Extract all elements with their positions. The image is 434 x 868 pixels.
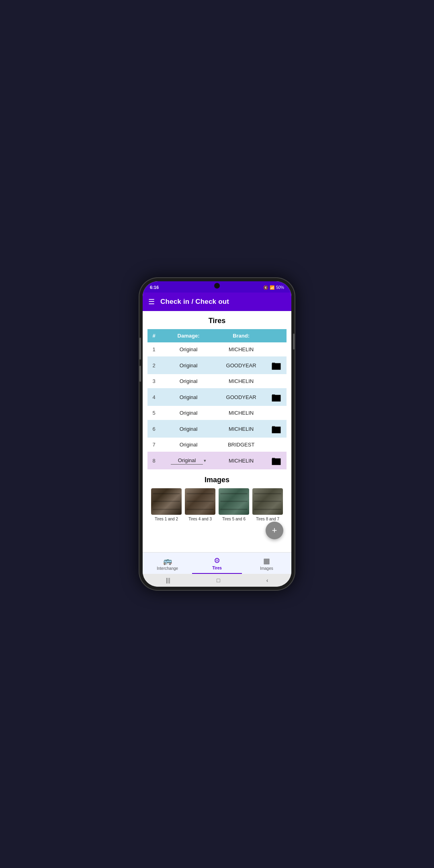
camera-icon-8[interactable]: 📷 [271, 456, 281, 465]
image-item-2[interactable]: Tires 4 and 3 [185, 488, 215, 522]
status-time: 6:16 [150, 285, 159, 290]
tire-table: # Damage: Brand: 1OriginalMICHELIN2Origi… [147, 329, 287, 469]
power-button [293, 334, 295, 350]
wifi-icon: 📶 [270, 285, 274, 290]
tire-row-damage-4: Original [160, 388, 217, 406]
mute-icon: 🔇 [263, 285, 268, 290]
col-header-damage: Damage: [160, 329, 217, 342]
table-row: 5OriginalMICHELIN [147, 406, 287, 420]
tires-nav-icon: ⚙ [214, 556, 220, 565]
col-header-brand: Brand: [217, 329, 266, 342]
tire-row-number-7: 7 [147, 438, 160, 452]
tire-photo-3[interactable] [219, 488, 249, 515]
status-icons: 🔇 📶 50% [263, 285, 284, 290]
image-label-1: Tires 1 and 2 [155, 517, 178, 522]
tire-row-number-2: 2 [147, 356, 160, 374]
tire-row-brand-8: MICHELIN [217, 452, 266, 469]
tire-row-brand-3: MICHELIN [217, 374, 266, 388]
damage-select-8[interactable]: OriginalMinorMajorMissing [171, 457, 203, 465]
table-row: 6OriginalMICHELIN📷 [147, 420, 287, 438]
table-row: 1OriginalMICHELIN [147, 342, 287, 356]
tire-photo-4[interactable] [252, 488, 283, 515]
camera-icon-6[interactable]: 📷 [271, 424, 281, 433]
tire-row-number-6: 6 [147, 420, 160, 438]
tire-row-camera-6[interactable]: 📷 [266, 420, 287, 438]
nav-label-interchange: Interchange [157, 566, 178, 571]
nav-label-tires: Tires [212, 566, 222, 570]
main-content: Tires # Damage: Brand: 1OriginalMICHELIN… [143, 311, 291, 552]
image-item-4[interactable]: Tires 8 and 7 [252, 488, 283, 522]
images-section-title: Images [147, 476, 287, 484]
menu-icon[interactable]: ☰ [148, 297, 155, 306]
col-header-photo [266, 329, 287, 342]
tire-photo-2[interactable] [185, 488, 215, 515]
tire-row-camera-5 [266, 406, 287, 420]
image-label-2: Tires 4 and 3 [188, 517, 212, 522]
tire-row-brand-4: GOODYEAR [217, 388, 266, 406]
battery-icon: 50% [276, 285, 284, 290]
table-row: 4OriginalGOODYEAR📷 [147, 388, 287, 406]
tire-row-damage-2: Original [160, 356, 217, 374]
tire-row-camera-3 [266, 374, 287, 388]
tire-row-brand-5: MICHELIN [217, 406, 266, 420]
nav-label-images: Images [260, 566, 273, 571]
back-button[interactable]: ‹ [260, 575, 275, 585]
nav-item-interchange[interactable]: 🚌 Interchange [143, 553, 192, 574]
tire-row-damage-8[interactable]: OriginalMinorMajorMissing▾ [160, 452, 217, 469]
interchange-icon: 🚌 [163, 557, 172, 565]
tire-row-damage-3: Original [160, 374, 217, 388]
image-label-3: Tires 5 and 6 [222, 517, 246, 522]
image-label-4: Tires 8 and 7 [256, 517, 279, 522]
tire-row-damage-1: Original [160, 342, 217, 356]
tire-row-brand-2: GOODYEAR [217, 356, 266, 374]
tire-row-damage-7: Original [160, 438, 217, 452]
table-row: 2OriginalGOODYEAR📷 [147, 356, 287, 374]
tire-row-camera-4[interactable]: 📷 [266, 388, 287, 406]
table-row: 3OriginalMICHELIN [147, 374, 287, 388]
system-nav: ||| □ ‹ [143, 574, 291, 587]
tires-section-title: Tires [147, 317, 287, 325]
volume-down-button [139, 366, 141, 382]
tire-row-damage-6: Original [160, 420, 217, 438]
tire-row-brand-6: MICHELIN [217, 420, 266, 438]
camera-icon-2[interactable]: 📷 [271, 361, 281, 370]
bottom-nav: 🚌 Interchange ⚙ Tires ▦ Images [143, 552, 291, 574]
phone-frame: 6:16 🔇 📶 50% ☰ Check in / Check out Tire… [139, 277, 295, 591]
tire-row-brand-7: BRIDGEST [217, 438, 266, 452]
images-section: Images Tires 1 and 2 Tires 4 and 3 [147, 476, 287, 547]
add-image-fab[interactable]: + [266, 522, 283, 539]
tire-row-brand-1: MICHELIN [217, 342, 266, 356]
image-item-1[interactable]: Tires 1 and 2 [151, 488, 182, 522]
table-header-row: # Damage: Brand: [147, 329, 287, 342]
app-bar: ☰ Check in / Check out [143, 293, 291, 311]
dropdown-arrow-icon: ▾ [204, 458, 206, 463]
volume-up-button [139, 338, 141, 360]
tire-row-number-8: 8 [147, 452, 160, 469]
app-title: Check in / Check out [160, 298, 229, 306]
tire-row-camera-2[interactable]: 📷 [266, 356, 287, 374]
tire-row-damage-5: Original [160, 406, 217, 420]
camera-icon-4[interactable]: 📷 [271, 393, 281, 401]
camera-notch [214, 283, 220, 289]
tire-row-camera-1 [266, 342, 287, 356]
tire-row-number-1: 1 [147, 342, 160, 356]
image-item-3[interactable]: Tires 5 and 6 [219, 488, 249, 522]
tire-row-camera-7 [266, 438, 287, 452]
images-grid: Tires 1 and 2 Tires 4 and 3 Tires 5 and … [147, 488, 287, 522]
tire-row-camera-8[interactable]: 📷 [266, 452, 287, 469]
phone-screen: 6:16 🔇 📶 50% ☰ Check in / Check out Tire… [143, 281, 291, 587]
tire-row-number-5: 5 [147, 406, 160, 420]
home-button[interactable]: □ [210, 575, 226, 585]
col-header-number: # [147, 329, 160, 342]
nav-item-tires[interactable]: ⚙ Tires [192, 553, 242, 574]
table-row: 7OriginalBRIDGEST [147, 438, 287, 452]
tire-row-number-3: 3 [147, 374, 160, 388]
table-row: 8OriginalMinorMajorMissing▾MICHELIN📷 [147, 452, 287, 469]
recent-apps-button[interactable]: ||| [160, 575, 177, 585]
tire-photo-1[interactable] [151, 488, 182, 515]
plus-icon: + [272, 525, 277, 536]
images-nav-icon: ▦ [263, 557, 270, 565]
nav-item-images[interactable]: ▦ Images [242, 553, 291, 574]
tires-section: Tires # Damage: Brand: 1OriginalMICHELIN… [147, 317, 287, 469]
tire-row-number-4: 4 [147, 388, 160, 406]
